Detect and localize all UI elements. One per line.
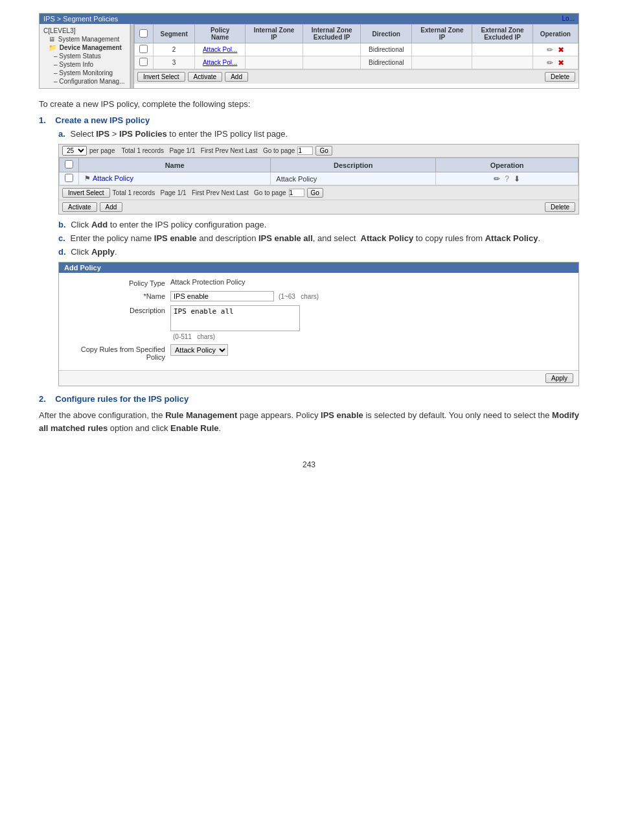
step1: 1. Create a new IPS policy a. Select IPS… (39, 115, 579, 386)
delete-policies-button[interactable]: Delete (545, 202, 575, 212)
sidebar-item-system-monitoring[interactable]: – System Monitoring (40, 69, 130, 77)
sidebar-root-label: C[LEVEL3] (43, 27, 75, 34)
value-description: IPS enable all (0-511 chars) (170, 305, 571, 340)
copy-rules-select[interactable]: Attack Policy (170, 344, 228, 356)
go-button-bottom[interactable]: Go (307, 188, 323, 198)
sub-step-a: a. Select IPS > IPS Policies to enter th… (58, 129, 579, 139)
policy-description-cell: Attack Policy (271, 172, 436, 185)
logout-button[interactable]: Lo... (562, 15, 575, 23)
edit-icon-1[interactable]: ✏ (547, 45, 553, 54)
sidebar-item-device-management[interactable]: 📁 Device Management (40, 43, 130, 52)
step2-text: Configure rules for the IPS policy (55, 394, 189, 404)
sidebar-item-system-status[interactable]: – System Status (40, 52, 130, 60)
form-row-copy-rules: Copy Rules from Specified Policy Attack … (67, 344, 571, 361)
name-input[interactable] (170, 291, 274, 301)
top-pagination-row: 25 per page Total 1 records Page 1/1 Fir… (59, 145, 578, 158)
cell-int-zone-exc-2 (303, 56, 361, 69)
value-copy-rules: Attack Policy (170, 344, 571, 356)
pagination-info-bottom: Total 1 records Page 1/1 First Prev Next… (113, 189, 286, 196)
apply-row: Apply (59, 370, 578, 386)
sub-step-d-text: Click Apply. (71, 247, 117, 257)
col-description: Description (271, 158, 436, 172)
cell-ext-zone-ip-1 (412, 43, 472, 56)
delete-icon-2[interactable]: ✖ (558, 58, 564, 67)
edit-icon-2[interactable]: ✏ (547, 58, 553, 67)
segment-policies-panel: IPS > Segment Policies Lo... C[LEVEL3] 🖥… (39, 13, 579, 89)
delete-button[interactable]: Delete (545, 72, 575, 82)
table-row: 2 Attack Pol... Bidirectional ✏ ✖ (135, 43, 578, 56)
cell-ops-2: ✏ ✖ (532, 56, 578, 69)
sub-step-b: b. Click Add to enter the IPS policy con… (58, 220, 579, 229)
activate-button[interactable]: Activate (188, 72, 223, 82)
sidebar: C[LEVEL3] 🖥 System Management 📁 Device M… (40, 24, 130, 88)
policy-ops-cell: ✏ ? ⬇ (436, 172, 578, 185)
description-textarea[interactable]: IPS enable all (170, 305, 300, 331)
step1-label: 1. Create a new IPS policy (39, 115, 579, 125)
delete-icon-1[interactable]: ✖ (558, 45, 564, 54)
policy-row-checkbox[interactable] (65, 174, 73, 182)
segment-policies-table: Segment PolicyName Internal ZoneIP Inter… (134, 24, 578, 69)
cell-policy-name-1[interactable]: Attack Pol... (195, 43, 246, 56)
cell-direction-1: Bidirectional (361, 43, 412, 56)
sidebar-label-system-monitoring: – System Monitoring (54, 69, 113, 76)
label-description: Description (67, 305, 170, 314)
ips-policies-table: Name Description Operation ⚑Attack Polic… (59, 158, 578, 185)
table-row: 3 Attack Pol... Bidirectional ✏ ✖ (135, 56, 578, 69)
intro-text: To create a new IPS policy, complete the… (39, 99, 579, 109)
add-policy-header: Add Policy (59, 262, 578, 273)
sub-step-d: d. Click Apply. (58, 247, 579, 257)
segment-table-area: Segment PolicyName Internal ZoneIP Inter… (134, 24, 578, 88)
folder-icon: 📁 (49, 44, 56, 51)
policy-question-icon[interactable]: ? (505, 174, 509, 183)
apply-button[interactable]: Apply (545, 373, 573, 383)
sidebar-label-system-management: System Management (58, 36, 120, 43)
invert-select-policies-button[interactable]: Invert Select (62, 188, 110, 198)
col-checkbox (135, 25, 154, 43)
policy-edit-icon[interactable]: ✏ (494, 174, 500, 183)
invert-select-button[interactable]: Invert Select (137, 72, 185, 82)
sidebar-label-system-status: – System Status (54, 52, 101, 60)
go-button-top[interactable]: Go (315, 146, 332, 156)
select-all-policies[interactable] (65, 160, 73, 169)
sidebar-label-system-info: – System Info (54, 61, 93, 68)
form-row-name: *Name (1~63 chars) (67, 291, 571, 301)
page-input-top[interactable] (297, 146, 313, 155)
cell-int-zone-exc-1 (303, 43, 361, 56)
step2: 2. Configure rules for the IPS policy Af… (39, 394, 579, 434)
row-checkbox-2[interactable] (139, 58, 148, 66)
col-operation: Operation (532, 25, 578, 43)
policy-download-icon[interactable]: ⬇ (514, 174, 520, 183)
col-policy-name: PolicyName (195, 25, 246, 43)
col-external-zone-excluded-ip: External ZoneExcluded IP (472, 25, 532, 43)
sidebar-item-system-management[interactable]: 🖥 System Management (40, 35, 130, 43)
add-policy-title: Add Policy (64, 264, 101, 272)
sub-step-d-letter: d. (58, 247, 66, 257)
activate-policies-button[interactable]: Activate (62, 202, 97, 212)
per-page-select[interactable]: 25 (62, 146, 87, 156)
col-direction: Direction (361, 25, 412, 43)
sidebar-item-config-management[interactable]: – Configuration Manag... (40, 77, 130, 86)
sub-step-b-text: Click Add to enter the IPS policy config… (71, 220, 266, 229)
cell-int-zone-ip-1 (245, 43, 303, 56)
step1-number: 1. (39, 115, 46, 125)
sub-step-a-text: Select IPS > IPS Policies to enter the I… (70, 129, 288, 139)
policy-name-cell[interactable]: ⚑Attack Policy (79, 172, 271, 185)
sidebar-root[interactable]: C[LEVEL3] (40, 27, 130, 35)
page-input-bottom[interactable] (289, 189, 304, 197)
row-checkbox-1[interactable] (139, 45, 148, 53)
sub-step-c-text: Enter the policy name IPS enable and des… (70, 233, 540, 243)
sub-step-c: c. Enter the policy name IPS enable and … (58, 233, 579, 243)
add-button[interactable]: Add (225, 72, 248, 82)
name-hint: (1~63 chars) (279, 293, 319, 300)
pagination-info-top: Total 1 records Page 1/1 First Prev Next… (121, 147, 295, 154)
add-policies-button[interactable]: Add (100, 202, 123, 212)
sub-step-a-letter: a. (58, 129, 65, 139)
cell-int-zone-ip-2 (245, 56, 303, 69)
panel-header: IPS > Segment Policies Lo... (40, 14, 578, 24)
cell-policy-name-2[interactable]: Attack Pol... (195, 56, 246, 69)
policy-type-value: Attack Protection Policy (170, 278, 246, 286)
add-policy-panel: Add Policy Policy Type Attack Protection… (58, 262, 579, 386)
select-all-checkbox[interactable] (139, 29, 148, 38)
sidebar-item-system-info[interactable]: – System Info (40, 60, 130, 69)
cell-segment-2: 3 (153, 56, 194, 69)
